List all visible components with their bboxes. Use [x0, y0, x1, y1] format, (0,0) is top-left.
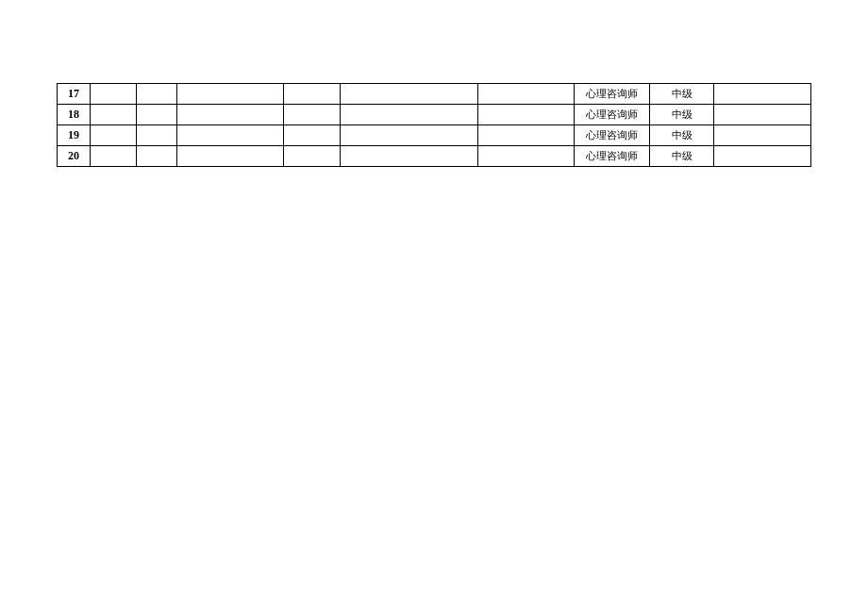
- cell: [284, 146, 341, 167]
- cell: [284, 84, 341, 105]
- cell: [340, 125, 477, 146]
- cell: [90, 125, 136, 146]
- cell: [137, 146, 177, 167]
- row-number: 20: [58, 146, 91, 167]
- cell-level: 中级: [650, 125, 714, 146]
- data-table: 17 心理咨询师 中级 18 心理咨询师 中级 19: [57, 83, 811, 167]
- table-row: 19 心理咨询师 中级: [58, 125, 811, 146]
- row-number: 18: [58, 105, 91, 125]
- table-row: 20 心理咨询师 中级: [58, 146, 811, 167]
- cell: [477, 105, 575, 125]
- cell: [177, 84, 284, 105]
- cell: [714, 146, 811, 167]
- cell: [177, 105, 284, 125]
- cell: [340, 146, 477, 167]
- cell: [714, 125, 811, 146]
- cell-level: 中级: [650, 146, 714, 167]
- table-body: 17 心理咨询师 中级 18 心理咨询师 中级 19: [58, 84, 811, 167]
- cell: [340, 84, 477, 105]
- cell: [477, 84, 575, 105]
- cell: [714, 84, 811, 105]
- cell-role: 心理咨询师: [575, 84, 650, 105]
- cell-role: 心理咨询师: [575, 146, 650, 167]
- cell: [284, 125, 341, 146]
- cell-role: 心理咨询师: [575, 125, 650, 146]
- cell: [90, 84, 136, 105]
- table-row: 18 心理咨询师 中级: [58, 105, 811, 125]
- cell: [90, 105, 136, 125]
- cell: [90, 146, 136, 167]
- cell: [477, 146, 575, 167]
- cell: [177, 125, 284, 146]
- cell: [477, 125, 575, 146]
- row-number: 17: [58, 84, 91, 105]
- row-number: 19: [58, 125, 91, 146]
- table-row: 17 心理咨询师 中级: [58, 84, 811, 105]
- cell: [284, 105, 341, 125]
- cell: [137, 105, 177, 125]
- cell: [177, 146, 284, 167]
- cell: [714, 105, 811, 125]
- cell: [137, 84, 177, 105]
- cell: [340, 105, 477, 125]
- cell-level: 中级: [650, 84, 714, 105]
- cell: [137, 125, 177, 146]
- cell-level: 中级: [650, 105, 714, 125]
- cell-role: 心理咨询师: [575, 105, 650, 125]
